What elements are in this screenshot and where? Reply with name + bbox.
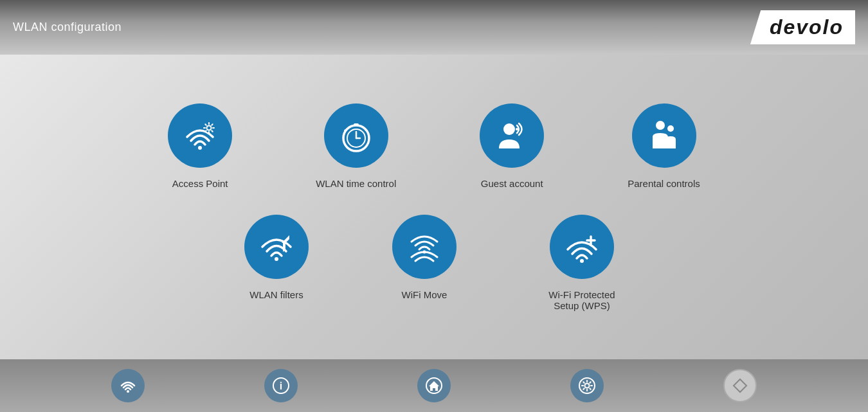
- grid-item-wifi-move[interactable]: WiFi Move: [392, 215, 457, 300]
- parental-controls-icon: [645, 116, 683, 155]
- back-icon: [731, 377, 749, 395]
- wps-icon: [563, 228, 601, 266]
- wps-label: Wi-Fi Protected Setup (WPS): [540, 289, 624, 311]
- guest-account-button[interactable]: [480, 103, 544, 168]
- wlan-time-control-label: WLAN time control: [316, 178, 396, 189]
- svg-point-12: [656, 121, 665, 130]
- wifi-move-icon: [405, 228, 444, 266]
- grid-item-wps[interactable]: Wi-Fi Protected Setup (WPS): [540, 215, 624, 311]
- grid-row-2: WLAN filters WiFi Move: [244, 215, 624, 311]
- page-title: WLAN configuration: [13, 21, 122, 34]
- access-point-button[interactable]: [168, 103, 232, 168]
- home-icon: [425, 377, 443, 395]
- grid-item-wlan-time-control[interactable]: WLAN time control: [316, 103, 396, 189]
- svg-point-19: [127, 390, 129, 393]
- info-nav-button[interactable]: i: [264, 369, 298, 402]
- settings-nav-button[interactable]: [570, 369, 604, 402]
- svg-point-0: [198, 146, 202, 150]
- svg-point-11: [516, 128, 518, 130]
- main-content: Access Point W: [0, 55, 868, 359]
- guest-account-icon: [493, 116, 531, 155]
- parental-controls-button[interactable]: [632, 103, 696, 168]
- wlan-filters-icon: [257, 228, 296, 266]
- grid-item-parental-controls[interactable]: Parental controls: [628, 103, 700, 189]
- access-point-icon: [181, 116, 219, 155]
- guest-account-label: Guest account: [481, 178, 543, 189]
- parental-controls-label: Parental controls: [628, 178, 700, 189]
- wlan-filters-button[interactable]: [244, 215, 309, 279]
- wifi-icon: [119, 377, 137, 395]
- svg-point-16: [580, 259, 584, 263]
- info-icon: i: [272, 377, 290, 395]
- settings-icon: [578, 377, 596, 395]
- back-nav-button[interactable]: [723, 369, 757, 402]
- grid-item-guest-account[interactable]: Guest account: [480, 103, 544, 189]
- svg-point-24: [585, 384, 590, 388]
- brand-logo: devolo: [770, 15, 844, 39]
- header: WLAN configuration devolo: [0, 0, 868, 55]
- svg-point-2: [207, 125, 212, 130]
- wifi-move-button[interactable]: [392, 215, 457, 279]
- svg-point-14: [275, 257, 278, 261]
- access-point-label: Access Point: [172, 178, 228, 189]
- grid-row-1: Access Point W: [168, 103, 700, 189]
- wifi-nav-button[interactable]: [111, 369, 145, 402]
- grid-item-wlan-filters[interactable]: WLAN filters: [244, 215, 309, 300]
- logo-area: devolo: [750, 10, 855, 44]
- svg-rect-7: [354, 123, 359, 126]
- wlan-time-control-button[interactable]: [324, 103, 388, 168]
- wps-button[interactable]: [550, 215, 614, 279]
- home-nav-button[interactable]: [417, 369, 451, 402]
- time-control-icon: [337, 116, 375, 155]
- grid-item-access-point[interactable]: Access Point: [168, 103, 232, 189]
- svg-text:i: i: [280, 381, 282, 391]
- svg-point-13: [667, 125, 674, 132]
- wifi-move-label: WiFi Move: [402, 289, 448, 300]
- footer: i: [0, 359, 868, 412]
- svg-point-10: [503, 123, 515, 135]
- wlan-filters-label: WLAN filters: [249, 289, 303, 300]
